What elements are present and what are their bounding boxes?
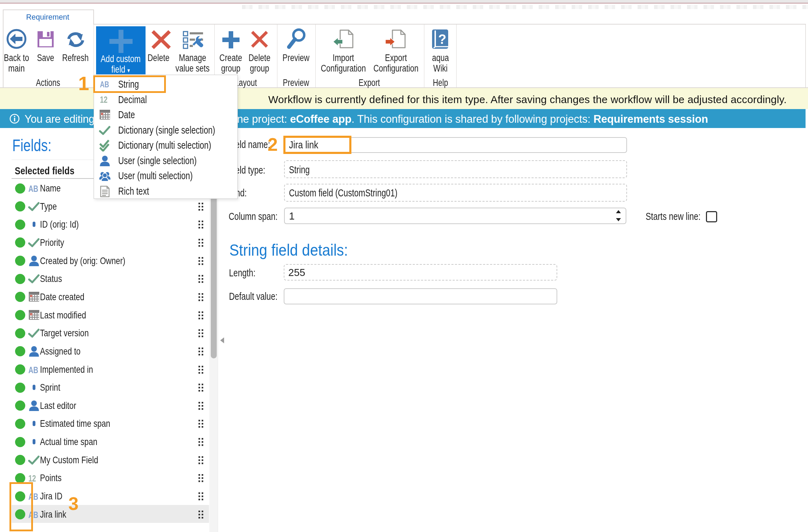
svg-text:?: ?: [438, 32, 446, 47]
